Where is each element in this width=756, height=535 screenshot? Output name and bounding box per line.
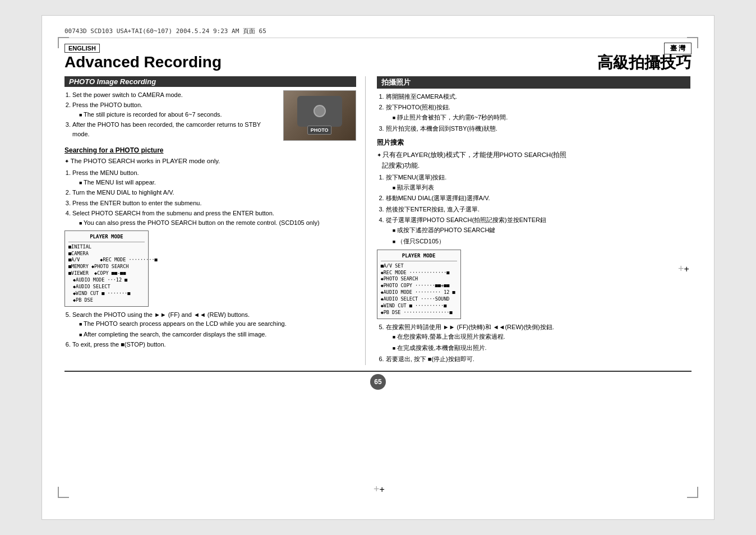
main-title-zh: 高級拍攝技巧 <box>597 54 692 72</box>
photo-steps-en: Set the power switch to CAMERA mode. Pre… <box>64 90 276 139</box>
top-bar: 00743D SCD103 USA+TAI(60~107) 2004.5.24 … <box>64 27 692 38</box>
search-step-en-4: Select PHOTO SEARCH from the submenu and… <box>72 209 356 227</box>
menu-box-2-title: PLAYER MODE <box>381 252 457 261</box>
crosshair-right: + <box>678 263 687 272</box>
corner-mark-tl <box>58 37 69 48</box>
search-note-en: The PHOTO SEARCH works in PLAYER mode on… <box>64 156 356 166</box>
search-step-en-5: Search the PHOTO using the ►► (FF) and ◄… <box>72 310 356 339</box>
search-steps-zh-cont: 在搜索照片時請使用 ►► (FF)(快轉)和 ◄◄(REW)(快倒)按鈕. 在您… <box>377 322 690 364</box>
camera-lens <box>314 105 326 117</box>
photo-button-label: PHOTO <box>307 126 332 135</box>
photo-section-header-en: PHOTO Image Recording <box>64 76 356 87</box>
search-step-en-1: Press the MENU button. The MENU list wil… <box>72 168 356 187</box>
page-number-badge: 65 <box>370 374 386 390</box>
camera-shape <box>297 96 342 127</box>
search-steps-en: Press the MENU button. The MENU list wil… <box>64 168 356 227</box>
page-number-area: 65 <box>64 374 692 390</box>
search-step-en-2: Turn the MENU DIAL to highlight A/V. <box>72 188 356 197</box>
step-en-2-note: The still picture is recorded for about … <box>79 110 276 119</box>
step-en-1: Set the power switch to CAMERA mode. <box>72 90 276 100</box>
search-section-title-en: Searching for a PHOTO picture <box>64 146 356 154</box>
search-steps-en-cont: Search the PHOTO using the ►► (FF) and ◄… <box>64 310 356 349</box>
page: + + 00743D SCD103 USA+TAI(60~107) 2004.5… <box>42 15 714 520</box>
main-content: PHOTO Image Recording Set the power swit… <box>64 76 692 365</box>
search-steps-zh: 按下MENU(選單)按鈕. 顯示選單列表 移動MENU DIAL(選單選擇鈕)選… <box>377 173 690 246</box>
search-step-en-3: Press the ENTER button to enter the subm… <box>72 199 356 208</box>
title-row: ENGLISH Advanced Recording 臺 灣 高級拍攝技巧 <box>64 43 692 72</box>
search-note-zh: 只有在PLAYER(放映)模式下，才能使用PHOTO SEARCH(拍照 記搜索… <box>377 150 690 170</box>
crosshair-bottom: + <box>374 483 382 492</box>
right-column: 拍攝照片 將開關推至CAMERA模式. 按下PHOTO(照相)按鈕. 靜止照片會… <box>377 76 690 365</box>
step-en-3: After the PHOTO has been recorded, the c… <box>72 120 276 139</box>
photo-instructions: Set the power switch to CAMERA mode. Pre… <box>64 90 276 141</box>
bottom-divider <box>64 371 692 372</box>
corner-mark-br <box>687 487 698 498</box>
menu-box-2: PLAYER MODE ■A/V SET ◆REC MODE ·········… <box>377 250 461 319</box>
menu-box-1-title: PLAYER MODE <box>68 233 145 242</box>
english-badge: ENGLISH <box>64 44 100 53</box>
title-left: ENGLISH Advanced Recording <box>64 43 222 71</box>
main-title-en: Advanced Recording <box>64 54 222 71</box>
title-right: 臺 灣 高級拍攝技巧 <box>597 43 692 72</box>
photo-section: Set the power switch to CAMERA mode. Pre… <box>64 90 356 141</box>
menu-box-1: PLAYER MODE ■INITIAL ■CAMERA ■A/V ◆REC M… <box>64 230 149 307</box>
photo-image: PHOTO <box>283 90 356 141</box>
search-section-title-zh: 照片搜索 <box>377 138 690 147</box>
photo-steps-zh: 將開關推至CAMERA模式. 按下PHOTO(照相)按鈕. 靜止照片會被拍下，大… <box>377 92 690 133</box>
step-en-2: Press the PHOTO button. The still pictur… <box>72 100 276 119</box>
left-column: PHOTO Image Recording Set the power swit… <box>64 76 366 365</box>
photo-section-header-zh: 拍攝照片 <box>377 76 690 89</box>
corner-mark-tr <box>687 37 698 48</box>
corner-mark-bl <box>58 487 69 498</box>
search-step-en-6: To exit, press the ■(STOP) button. <box>72 340 356 349</box>
